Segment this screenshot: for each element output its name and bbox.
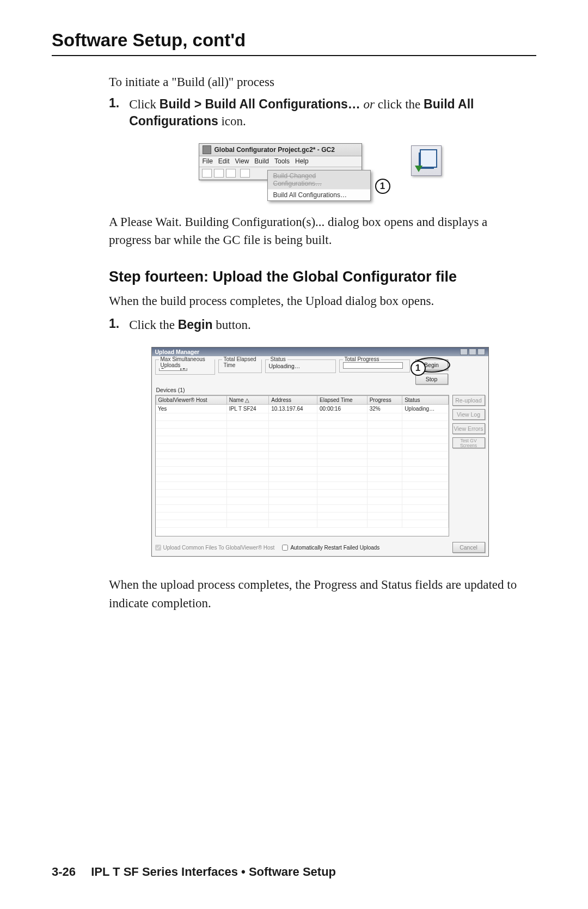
upload-manager-titlebar: Upload Manager [152, 347, 488, 356]
app-icon [203, 145, 211, 154]
figure-upload-manager: Upload Manager Max Simultaneous Uploads … [109, 347, 531, 557]
minimize-icon[interactable] [460, 349, 468, 355]
callout-1: 1 [375, 179, 390, 194]
build-all-item[interactable]: Build All Configurations… [268, 189, 370, 200]
elapsed-label: Total Elapsed Time [222, 356, 261, 368]
cell-gvhost: Yes [156, 405, 226, 413]
page-number: 3-26 [52, 865, 76, 879]
page-footer: 3-26 IPL T SF Series Interfaces • Softwa… [52, 865, 336, 879]
step-text: click the [378, 97, 424, 111]
toolbar-save-icon[interactable] [226, 169, 236, 178]
step-number: 1. [109, 316, 119, 333]
menu-file[interactable]: File [203, 157, 213, 165]
menu-help[interactable]: Help [295, 157, 309, 165]
toolbar-new-icon[interactable] [202, 169, 212, 178]
close-icon[interactable] [477, 349, 485, 355]
title-rule [52, 55, 536, 56]
build-all-configurations-icon[interactable] [411, 145, 442, 176]
callout-1: 1 [411, 361, 426, 376]
page-title: Software Setup, cont'd [52, 30, 536, 55]
status-label: Status [269, 356, 287, 362]
gc-title-text: Global Configurator Project.gc2* - GC2 [215, 146, 335, 154]
step-text: icon. [218, 114, 246, 128]
cell-progress: 32% [367, 405, 402, 413]
menu-path-bold: Build > Build All Configurations… [160, 97, 360, 111]
step-14-intro: When the build process completes, the Up… [109, 292, 531, 310]
col-name[interactable]: Name △ [226, 396, 268, 405]
checkbox-icon[interactable] [155, 545, 161, 551]
upload-step-1: 1. Click the Begin button. [109, 316, 531, 333]
step-number: 1. [109, 96, 119, 130]
build-dropdown: Build Changed Configurations… Build All … [267, 170, 371, 201]
total-progress-label: Total Progress [343, 356, 381, 362]
cell-address: 10.13.197.64 [269, 405, 317, 413]
down-arrow-icon [415, 166, 422, 172]
intro-text: To initiate a "Build (all)" process [109, 75, 531, 89]
upload-manager-title: Upload Manager [155, 349, 200, 355]
view-errors-button[interactable]: View Errors [452, 423, 485, 434]
upload-common-checkbox[interactable]: Upload Common Files To GlobalViewer® Hos… [155, 545, 275, 551]
devices-table: GlobalViewer® Host Name △ Address Elapse… [155, 395, 449, 536]
test-screens-button[interactable]: Test GV Screens [452, 437, 485, 448]
menu-edit[interactable]: Edit [218, 157, 230, 165]
step-text: Click [129, 97, 160, 111]
auto-restart-label: Automatically Restart Failed Uploads [290, 545, 379, 551]
gc-menubar: File Edit View Build Tools Help [199, 156, 362, 167]
reupload-button[interactable]: Re-upload [452, 395, 485, 406]
step-text-or: or [360, 97, 378, 111]
upload-complete-paragraph: When the upload process completes, the P… [109, 576, 531, 612]
build-step-1: 1. Click Build > Build All Configuration… [109, 96, 531, 130]
auto-restart-checkbox[interactable]: Automatically Restart Failed Uploads [282, 545, 379, 551]
col-status[interactable]: Status [402, 396, 448, 405]
checkbox-icon[interactable] [282, 545, 288, 551]
step-14-heading: Step fourteen: Upload the Global Configu… [109, 269, 536, 285]
build-progress-paragraph: A Please Wait. Building Configuration(s)… [109, 213, 531, 249]
upload-manager-window: Upload Manager Max Simultaneous Uploads … [151, 347, 489, 557]
build-changed-item[interactable]: Build Changed Configurations… [268, 170, 370, 189]
cell-elapsed: 00:00:16 [317, 405, 367, 413]
max-uploads-group: Max Simultaneous Uploads ▴ ▾ [155, 359, 215, 375]
table-row[interactable]: Yes IPL T SF24 10.13.197.64 00:00:16 32%… [156, 405, 448, 413]
menu-tools[interactable]: Tools [274, 157, 290, 165]
gc-titlebar: Global Configurator Project.gc2* - GC2 [199, 144, 362, 156]
toolbar-extra-icon[interactable] [240, 169, 250, 178]
col-elapsed[interactable]: Elapsed Time [317, 396, 367, 405]
devices-label: Devices (1) [152, 387, 488, 395]
col-progress[interactable]: Progress [367, 396, 402, 405]
view-log-button[interactable]: View Log [452, 409, 485, 420]
menu-view[interactable]: View [235, 157, 249, 165]
cancel-button[interactable]: Cancel [452, 542, 485, 553]
max-uploads-label: Max Simultaneous Uploads [159, 356, 215, 368]
step-text: Click the [129, 318, 177, 332]
maximize-icon[interactable] [469, 349, 476, 355]
footer-text: IPL T SF Series Interfaces • Software Se… [91, 865, 336, 879]
total-progress-group: Total Progress [339, 359, 410, 373]
gc-window: Global Configurator Project.gc2* - GC2 F… [199, 143, 362, 180]
toolbar-open-icon[interactable] [214, 169, 224, 178]
total-progress-bar [343, 362, 403, 369]
cell-name: IPL T SF24 [226, 405, 268, 413]
status-group: Status Uploading… [265, 359, 336, 373]
col-gvhost[interactable]: GlobalViewer® Host [156, 396, 226, 405]
step-text: button. [213, 318, 251, 332]
figure-build-menu: Global Configurator Project.gc2* - GC2 F… [109, 143, 531, 180]
upload-common-label: Upload Common Files To GlobalViewer® Hos… [163, 545, 275, 551]
col-address[interactable]: Address [269, 396, 317, 405]
elapsed-group: Total Elapsed Time 00:00:16 [218, 359, 262, 373]
status-value: Uploading… [269, 362, 332, 369]
cell-status: Uploading… [402, 405, 448, 413]
menu-build[interactable]: Build [254, 157, 269, 165]
begin-bold: Begin [178, 318, 213, 332]
